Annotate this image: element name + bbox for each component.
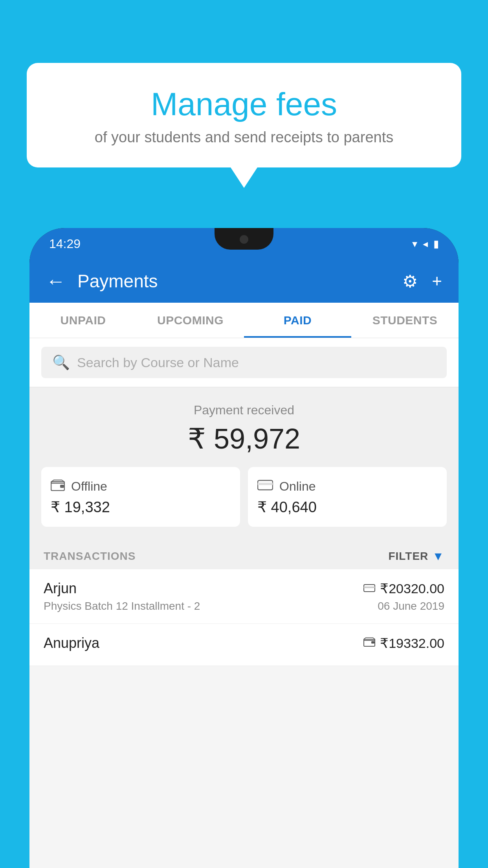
back-button[interactable]: ← xyxy=(46,271,66,291)
svg-rect-3 xyxy=(258,483,273,485)
transaction-item[interactable]: Anupriya ₹19332.00 xyxy=(29,624,459,666)
svg-rect-7 xyxy=(371,641,374,644)
header-actions: ⚙ + xyxy=(402,271,442,291)
payment-received-label: Payment received xyxy=(41,403,447,417)
tabs: UNPAID UPCOMING PAID STUDENTS xyxy=(29,303,459,338)
settings-button[interactable]: ⚙ xyxy=(402,271,418,291)
online-payment-card: Online ₹ 40,640 xyxy=(248,467,447,527)
status-icons: ▾ ◂ ▮ xyxy=(412,238,439,250)
wifi-icon: ▾ xyxy=(412,238,417,250)
signal-icon: ◂ xyxy=(423,238,428,250)
transaction-amount: ₹19332.00 xyxy=(380,635,444,651)
svg-rect-1 xyxy=(60,485,64,488)
transaction-type-icon xyxy=(363,582,375,595)
payment-total-amount: ₹ 59,972 xyxy=(41,422,447,455)
transaction-amount-row: ₹19332.00 xyxy=(363,635,444,651)
payment-cards: Offline ₹ 19,332 Online xyxy=(41,467,447,527)
status-bar: 14:29 ▾ ◂ ▮ xyxy=(29,228,459,259)
add-button[interactable]: + xyxy=(432,271,442,291)
page-title: Payments xyxy=(77,270,391,292)
transaction-type-icon xyxy=(363,636,375,650)
tab-upcoming[interactable]: UPCOMING xyxy=(137,303,244,338)
search-bar[interactable]: 🔍 Search by Course or Name xyxy=(41,347,447,378)
app-header: ← Payments ⚙ + xyxy=(29,259,459,303)
svg-rect-5 xyxy=(364,587,375,588)
online-label: Online xyxy=(279,479,316,494)
tab-students[interactable]: STUDENTS xyxy=(351,303,459,338)
transaction-name: Arjun xyxy=(44,580,77,597)
tab-unpaid[interactable]: UNPAID xyxy=(29,303,137,338)
speech-bubble: Manage fees of your students and send re… xyxy=(27,63,461,167)
transaction-amount: ₹20320.00 xyxy=(380,581,444,596)
filter-icon: ▼ xyxy=(432,550,444,563)
offline-amount: ₹ 19,332 xyxy=(51,498,231,516)
transactions-header: TRANSACTIONS FILTER ▼ xyxy=(29,539,459,569)
bubble-subtitle: of your students and send receipts to pa… xyxy=(46,129,442,146)
online-amount: ₹ 40,640 xyxy=(257,498,437,516)
notch xyxy=(215,228,273,250)
camera xyxy=(240,235,248,244)
offline-icon xyxy=(51,478,65,495)
offline-label: Offline xyxy=(71,479,107,494)
search-container: 🔍 Search by Course or Name xyxy=(29,338,459,387)
online-icon xyxy=(257,478,273,495)
transaction-item[interactable]: Arjun ₹20320.00 Physics Batch 12 xyxy=(29,569,459,624)
filter-button[interactable]: FILTER ▼ xyxy=(388,550,444,563)
transaction-amount-row: ₹20320.00 xyxy=(363,581,444,596)
phone-frame: 14:29 ▾ ◂ ▮ ← Payments ⚙ + UNPAID UPCOMI… xyxy=(29,228,459,868)
transaction-list: Arjun ₹20320.00 Physics Batch 12 xyxy=(29,569,459,666)
search-icon: 🔍 xyxy=(52,354,70,371)
bubble-title: Manage fees xyxy=(46,86,442,122)
filter-label: FILTER xyxy=(388,550,428,563)
transaction-course: Physics Batch 12 Installment - 2 xyxy=(44,600,200,612)
payment-summary: Payment received ₹ 59,972 xyxy=(29,387,459,539)
offline-payment-card: Offline ₹ 19,332 xyxy=(41,467,240,527)
transaction-date: 06 June 2019 xyxy=(378,600,444,612)
status-time: 14:29 xyxy=(49,237,81,251)
transactions-label: TRANSACTIONS xyxy=(44,550,136,563)
battery-icon: ▮ xyxy=(433,238,439,250)
tab-paid[interactable]: PAID xyxy=(244,303,351,338)
transaction-name: Anupriya xyxy=(44,635,99,651)
search-input[interactable]: Search by Course or Name xyxy=(77,355,239,370)
phone-screen: UNPAID UPCOMING PAID STUDENTS 🔍 Search b… xyxy=(29,303,459,868)
